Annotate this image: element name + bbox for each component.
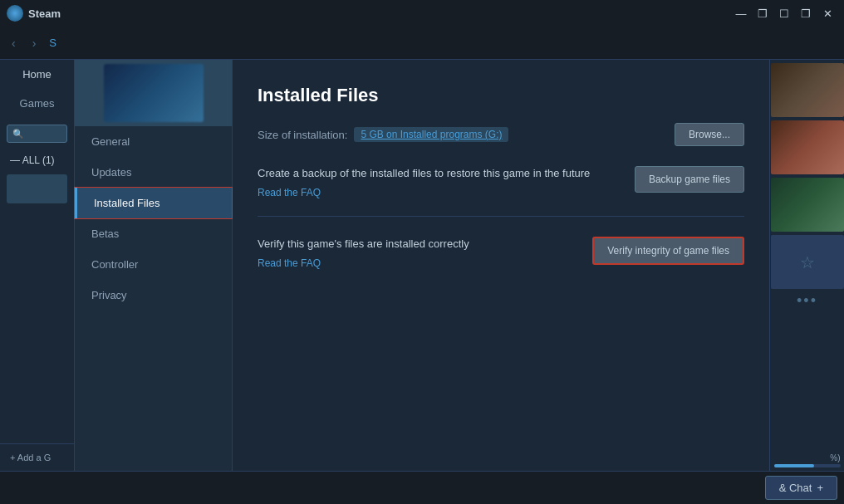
progress-fill	[774, 464, 814, 467]
right-thumbnail-2[interactable]	[771, 120, 844, 174]
navbar: ‹ › S	[0, 27, 844, 60]
verify-description: Verify this game's files are installed c…	[258, 237, 576, 252]
install-size-value[interactable]: 5 GB on Installed programs (G:)	[354, 127, 508, 142]
sidebar-item-home[interactable]: Home	[0, 60, 74, 89]
nav-item-controller[interactable]: Controller	[75, 249, 232, 280]
right-panel: ☆ ••• %)	[769, 60, 844, 471]
install-size-label: Size of installation:	[258, 129, 347, 141]
add-game-button[interactable]: + Add a G	[0, 443, 74, 471]
more-options-icon[interactable]: •••	[797, 292, 817, 310]
left-sidebar: Home Games — ALL (1) + Add a G	[0, 60, 75, 471]
titlebar-left: Steam	[7, 5, 61, 22]
maximize-button[interactable]: ☐	[774, 3, 794, 23]
right-wishlist-area[interactable]: ☆	[771, 235, 844, 289]
restore2-button[interactable]: ❐	[796, 3, 816, 23]
breadcrumb[interactable]: S	[49, 37, 56, 49]
nav-item-updates[interactable]: Updates	[75, 157, 232, 188]
titlebar: Steam — ❐ ☐ ❐ ✕	[0, 0, 844, 27]
minimize-button[interactable]: —	[731, 3, 751, 23]
progress-label: %)	[774, 453, 841, 462]
install-size-row: Size of installation: 5 GB on Installed …	[258, 123, 744, 146]
backup-faq-link[interactable]: Read the FAQ	[258, 187, 321, 198]
sidebar-all-label[interactable]: — ALL (1)	[0, 149, 74, 171]
chat-button[interactable]: & Chat +	[765, 476, 837, 500]
nav-item-privacy[interactable]: Privacy	[75, 280, 232, 311]
backup-description: Create a backup of the installed files t…	[258, 166, 618, 181]
backup-button[interactable]: Backup game files	[635, 166, 744, 193]
wishlist-star-icon: ☆	[800, 252, 815, 272]
back-arrow-icon[interactable]: ‹	[8, 35, 19, 51]
chat-label: & Chat	[779, 482, 812, 494]
backup-section: Create a backup of the installed files t…	[258, 166, 744, 217]
right-thumbnail-1[interactable]	[771, 63, 844, 117]
game-header	[75, 60, 232, 126]
progress-bar	[774, 464, 841, 467]
bottom-bar: & Chat +	[0, 471, 844, 504]
nav-item-general[interactable]: General	[75, 126, 232, 157]
settings-nav: General Updates Installed Files Betas Co…	[75, 60, 233, 471]
backup-section-left: Create a backup of the installed files t…	[258, 166, 618, 199]
close-button[interactable]: ✕	[817, 3, 837, 23]
sidebar-game-thumbnail[interactable]	[7, 174, 67, 203]
sidebar-item-games[interactable]: Games	[0, 89, 74, 118]
main-content: Installed Files Size of installation: 5 …	[233, 60, 769, 471]
right-thumbnail-3[interactable]	[771, 178, 844, 232]
right-progress-area: %)	[771, 450, 844, 471]
verify-section: Verify this game's files are installed c…	[258, 237, 744, 286]
verify-faq-link[interactable]: Read the FAQ	[258, 257, 321, 269]
nav-item-installed-files[interactable]: Installed Files	[75, 188, 232, 218]
verify-section-left: Verify this game's files are installed c…	[258, 237, 576, 270]
sidebar-search-area	[0, 118, 74, 149]
steam-logo-icon	[7, 5, 23, 22]
chat-plus-icon: +	[817, 482, 823, 494]
nav-item-betas[interactable]: Betas	[75, 218, 232, 249]
restore-button[interactable]: ❐	[753, 3, 773, 23]
app-title: Steam	[28, 7, 61, 20]
forward-arrow-icon[interactable]: ›	[29, 35, 40, 51]
browse-button[interactable]: Browse...	[675, 123, 744, 146]
page-title: Installed Files	[258, 85, 744, 106]
search-input[interactable]	[7, 125, 67, 143]
window-controls: — ❐ ☐ ❐ ✕	[731, 3, 837, 23]
game-thumbnail-image	[104, 64, 204, 122]
verify-integrity-button[interactable]: Verify integrity of game files	[592, 237, 744, 265]
